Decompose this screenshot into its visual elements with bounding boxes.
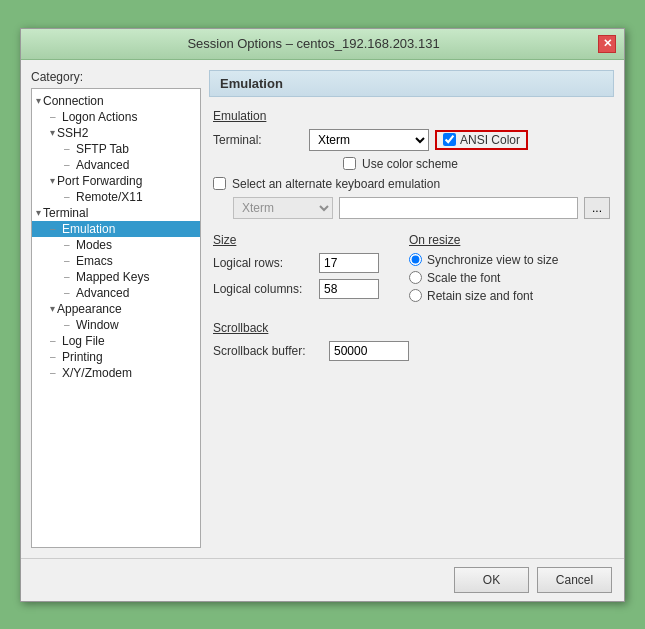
leaf-dash-logon-actions: – <box>50 111 62 122</box>
tree-label-connection: Connection <box>43 94 104 108</box>
logical-rows-row: Logical rows: <box>213 253 379 273</box>
ansi-color-checkbox[interactable] <box>443 133 456 146</box>
tree-item-mapped-keys[interactable]: – Mapped Keys <box>32 269 200 285</box>
scrollback-buffer-row: Scrollback buffer: <box>213 341 610 361</box>
expand-icon-port-forwarding: ▾ <box>50 175 55 186</box>
tree-item-advanced-ssh[interactable]: – Advanced <box>32 157 200 173</box>
dialog-body: Category: ▾ Connection– Logon Actions▾ S… <box>21 60 624 558</box>
tree-label-terminal: Terminal <box>43 206 88 220</box>
tree-item-printing[interactable]: – Printing <box>32 349 200 365</box>
bottom-bar: OK Cancel <box>21 558 624 601</box>
tree-label-advanced-ssh: Advanced <box>76 158 129 172</box>
leaf-dash-window: – <box>64 319 76 330</box>
leaf-dash-advanced-terminal: – <box>64 287 76 298</box>
on-resize-section: On resize Synchronize view to size Scale… <box>409 233 558 307</box>
dialog-window: Session Options – centos_192.168.203.131… <box>20 28 625 602</box>
cancel-button[interactable]: Cancel <box>537 567 612 593</box>
tree-label-sftp-tab: SFTP Tab <box>76 142 129 156</box>
leaf-dash-mapped-keys: – <box>64 271 76 282</box>
size-label: Size <box>213 233 379 247</box>
tree-label-emulation: Emulation <box>62 222 115 236</box>
keyboard-browse-button[interactable]: ... <box>584 197 610 219</box>
tree-label-log-file: Log File <box>62 334 105 348</box>
logical-cols-input[interactable] <box>319 279 379 299</box>
tree-item-advanced-terminal[interactable]: – Advanced <box>32 285 200 301</box>
tree-item-sftp-tab[interactable]: – SFTP Tab <box>32 141 200 157</box>
tree-item-window[interactable]: – Window <box>32 317 200 333</box>
tree-item-logon-actions[interactable]: – Logon Actions <box>32 109 200 125</box>
category-label: Category: <box>31 70 201 84</box>
scrollback-section: Scrollback Scrollback buffer: <box>209 321 614 361</box>
category-tree[interactable]: ▾ Connection– Logon Actions▾ SSH2– SFTP … <box>31 88 201 548</box>
tree-label-xymodem: X/Y/Zmodem <box>62 366 132 380</box>
resize-scale-label: Scale the font <box>427 271 500 285</box>
ansi-color-box: ANSI Color <box>435 130 528 150</box>
size-resize-container: Size Logical rows: Logical columns: On r… <box>209 233 614 307</box>
leaf-dash-remote-x11: – <box>64 191 76 202</box>
leaf-dash-log-file: – <box>50 335 62 346</box>
leaf-dash-emulation: – <box>50 223 62 234</box>
section-header: Emulation <box>209 70 614 97</box>
use-color-scheme-row: Use color scheme <box>343 157 610 171</box>
tree-label-ssh2: SSH2 <box>57 126 88 140</box>
tree-item-terminal[interactable]: ▾ Terminal <box>32 205 200 221</box>
leaf-dash-modes: – <box>64 239 76 250</box>
leaf-dash-sftp-tab: – <box>64 143 76 154</box>
resize-option-2: Retain size and font <box>409 289 558 303</box>
tree-label-logon-actions: Logon Actions <box>62 110 137 124</box>
resize-retain-label: Retain size and font <box>427 289 533 303</box>
close-button[interactable]: ✕ <box>598 35 616 53</box>
tree-item-modes[interactable]: – Modes <box>32 237 200 253</box>
tree-item-port-forwarding[interactable]: ▾ Port Forwarding <box>32 173 200 189</box>
logical-rows-input[interactable] <box>319 253 379 273</box>
ok-button[interactable]: OK <box>454 567 529 593</box>
expand-icon-terminal: ▾ <box>36 207 41 218</box>
expand-icon-appearance: ▾ <box>50 303 55 314</box>
expand-icon-connection: ▾ <box>36 95 41 106</box>
tree-item-xymodem[interactable]: – X/Y/Zmodem <box>32 365 200 381</box>
terminal-select[interactable]: Xterm VT100 VT220 Linux SCO ANSI <box>309 129 429 151</box>
leaf-dash-emacs: – <box>64 255 76 266</box>
tree-item-emacs[interactable]: – Emacs <box>32 253 200 269</box>
keyboard-row: Xterm VT100 VT220 ... <box>233 197 610 219</box>
alt-keyboard-row: Select an alternate keyboard emulation <box>213 177 610 191</box>
scrollback-label: Scrollback <box>213 321 610 335</box>
resize-retain-radio[interactable] <box>409 289 422 302</box>
tree-item-connection[interactable]: ▾ Connection <box>32 93 200 109</box>
tree-item-log-file[interactable]: – Log File <box>32 333 200 349</box>
resize-scale-radio[interactable] <box>409 271 422 284</box>
alt-keyboard-checkbox[interactable] <box>213 177 226 190</box>
emulation-section: Emulation Terminal: Xterm VT100 VT220 Li… <box>209 109 614 219</box>
tree-label-modes: Modes <box>76 238 112 252</box>
tree-label-printing: Printing <box>62 350 103 364</box>
emulation-label: Emulation <box>213 109 610 123</box>
leaf-dash-advanced-ssh: – <box>64 159 76 170</box>
leaf-dash-xymodem: – <box>50 367 62 378</box>
keyboard-text-input[interactable] <box>339 197 578 219</box>
tree-label-window: Window <box>76 318 119 332</box>
keyboard-select[interactable]: Xterm VT100 VT220 <box>233 197 333 219</box>
tree-item-ssh2[interactable]: ▾ SSH2 <box>32 125 200 141</box>
resize-option-1: Scale the font <box>409 271 558 285</box>
content-panel: Emulation Emulation Terminal: Xterm VT10… <box>209 70 614 548</box>
scrollback-buffer-label: Scrollback buffer: <box>213 344 323 358</box>
tree-item-remote-x11[interactable]: – Remote/X11 <box>32 189 200 205</box>
logical-rows-label: Logical rows: <box>213 256 313 270</box>
alt-keyboard-label[interactable]: Select an alternate keyboard emulation <box>232 177 440 191</box>
tree-label-mapped-keys: Mapped Keys <box>76 270 149 284</box>
tree-item-appearance[interactable]: ▾ Appearance <box>32 301 200 317</box>
resize-sync-radio[interactable] <box>409 253 422 266</box>
terminal-row: Terminal: Xterm VT100 VT220 Linux SCO AN… <box>213 129 610 151</box>
ansi-color-label[interactable]: ANSI Color <box>460 133 520 147</box>
use-color-scheme-label[interactable]: Use color scheme <box>362 157 458 171</box>
scrollback-buffer-input[interactable] <box>329 341 409 361</box>
tree-item-emulation[interactable]: – Emulation <box>32 221 200 237</box>
title-bar: Session Options – centos_192.168.203.131… <box>21 29 624 60</box>
logical-cols-row: Logical columns: <box>213 279 379 299</box>
tree-label-advanced-terminal: Advanced <box>76 286 129 300</box>
tree-label-remote-x11: Remote/X11 <box>76 190 143 204</box>
terminal-label: Terminal: <box>213 133 303 147</box>
use-color-scheme-checkbox[interactable] <box>343 157 356 170</box>
category-panel: Category: ▾ Connection– Logon Actions▾ S… <box>31 70 201 548</box>
tree-label-emacs: Emacs <box>76 254 113 268</box>
